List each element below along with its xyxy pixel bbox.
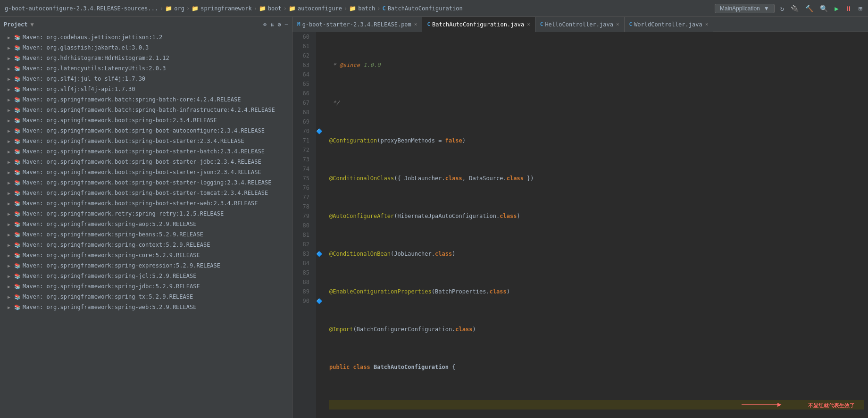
library-icon: 📚	[14, 34, 21, 41]
line-num-70: 70	[292, 126, 312, 136]
breadcrumb-org[interactable]: org	[174, 5, 184, 12]
tab-hello[interactable]: C HelloController.java ×	[535, 17, 625, 32]
library-icon: 📚	[14, 180, 21, 186]
code-text: (	[394, 211, 397, 221]
list-item[interactable]: ▶ 📚 Maven: org.springframework:spring-co…	[0, 240, 292, 250]
breadcrumb-boot[interactable]: boot	[268, 5, 282, 12]
line-num-90: 90	[292, 296, 312, 306]
list-item[interactable]: ▶ 📚 Maven: org.slf4j:slf4j-api:1.7.30	[0, 84, 292, 94]
line-num-72: 72	[292, 145, 312, 155]
code-lines[interactable]: * @since 1.0.0 */ @Configuration(proxyBe…	[326, 32, 868, 418]
breadcrumb-springframework[interactable]: springframework	[200, 5, 251, 12]
list-item[interactable]: ▶ 📚 Maven: org.springframework:spring-we…	[0, 302, 292, 312]
tab-pom-close[interactable]: ×	[414, 21, 417, 27]
plugin-icon[interactable]: 🔌	[790, 4, 800, 13]
breadcrumb-batch[interactable]: batch	[358, 5, 375, 12]
sidebar-item-label: Maven: org.latencyutils:LatencyUtils:2.0…	[23, 65, 166, 72]
gutter-bean-icon-83[interactable]: 🔷	[316, 249, 326, 259]
line-num-84: 84	[292, 259, 312, 268]
library-icon: 📚	[14, 149, 21, 155]
list-item[interactable]: ▶ 📚 Maven: org.springframework:spring-jc…	[0, 271, 292, 281]
sidebar-item-label: Maven: org.springframework.batch:spring-…	[23, 96, 241, 103]
list-item[interactable]: ▶ 📚 Maven: org.springframework:spring-be…	[0, 229, 292, 240]
tab-world-icon: C	[629, 21, 633, 27]
list-item[interactable]: ▶ 📚 Maven: org.springframework:spring-ao…	[0, 219, 292, 229]
list-item[interactable]: ▶ 📚 Maven: org.glassfish:jakarta.el:3.0.…	[0, 42, 292, 53]
code-text: )	[517, 211, 520, 221]
tab-pom[interactable]: M g-boot-starter-2.3.4.RELEASE.pom ×	[292, 17, 422, 32]
toolbar-icons: ↻ 🔌 🔨 🔍 ▶ ⏸ ⊞	[778, 4, 864, 13]
library-icon: 📚	[14, 221, 21, 227]
expand-arrow-icon: ▶	[8, 128, 12, 134]
gutter-bean-icon-70[interactable]: 🔷	[316, 126, 326, 136]
gutter-bean-icon-89[interactable]: 🔷	[316, 296, 326, 306]
project-scope-icon[interactable]: ⊕	[263, 21, 267, 28]
list-item[interactable]: ▶ 📚 Maven: org.springframework.boot:spri…	[0, 125, 292, 136]
breadcrumb-class[interactable]: BatchAutoConfiguration	[388, 5, 463, 12]
gutter-icons: 🔷 🔷 🔷	[316, 32, 326, 418]
breadcrumb-sep-2: ›	[186, 5, 190, 12]
tab-pom-label: g-boot-starter-2.3.4.RELEASE.pom	[302, 21, 411, 28]
list-item[interactable]: ▶ 📚 Maven: org.springframework.boot:spri…	[0, 177, 292, 188]
breadcrumb-autoconfigure[interactable]: autoconfigure	[298, 5, 342, 12]
tab-hello-close[interactable]: ×	[616, 21, 619, 27]
library-icon: 📚	[14, 190, 21, 196]
main-application-button[interactable]: MainApplication ▼	[715, 4, 775, 13]
list-item[interactable]: ▶ 📚 Maven: org.springframework:spring-ex…	[0, 260, 292, 271]
list-item[interactable]: ▶ 📚 Maven: org.springframework.boot:spri…	[0, 188, 292, 198]
refresh-icon[interactable]: ↻	[779, 4, 785, 13]
library-icon: 📚	[14, 273, 21, 279]
expand-arrow-icon: ▶	[8, 139, 12, 144]
list-item[interactable]: ▶ 📚 Maven: org.springframework.boot:spri…	[0, 136, 292, 146]
list-item[interactable]: ▶ 📚 Maven: org.springframework:spring-co…	[0, 250, 292, 260]
list-item[interactable]: ▶ 📚 Maven: org.codehaus.jettison:jettiso…	[0, 32, 292, 42]
build-icon[interactable]: 🔨	[804, 4, 814, 13]
line-num-77: 77	[292, 192, 312, 202]
code-editor[interactable]: 60 61 62 63 64 65 66 67 68 69 70 71 72 7…	[292, 32, 868, 418]
list-item[interactable]: ▶ 📚 Maven: org.springframework.boot:spri…	[0, 157, 292, 167]
expand-arrow-icon: ▶	[8, 232, 12, 237]
run-icon[interactable]: ▶	[834, 4, 839, 13]
list-item[interactable]: ▶ 📚 Maven: org.springframework:spring-tx…	[0, 292, 292, 302]
tab-batch[interactable]: C BatchAutoConfiguration.java ×	[422, 17, 535, 32]
debug-icon[interactable]: ⏸	[844, 4, 853, 13]
layout-icon[interactable]: ⊞	[858, 4, 863, 13]
sidebar-item-label: Maven: org.springframework:spring-jcl:5.…	[23, 273, 196, 279]
line-num-78: 78	[292, 202, 312, 211]
breadcrumb-path-start[interactable]: g-boot-autoconfigure-2.3.4.RELEASE-sourc…	[5, 5, 158, 12]
library-icon: 📚	[14, 284, 21, 290]
project-dropdown-icon[interactable]: ▼	[31, 21, 34, 28]
list-item[interactable]: ▶ 📚 Maven: org.springframework.boot:spri…	[0, 167, 292, 177]
search-icon[interactable]: 🔍	[819, 4, 829, 13]
breadcrumb-class-icon: C	[383, 5, 386, 12]
project-minimize-icon[interactable]: —	[285, 21, 288, 28]
list-item[interactable]: ▶ 📚 Maven: org.springframework.batch:spr…	[0, 94, 292, 105]
expand-arrow-icon: ▶	[8, 242, 12, 248]
code-text: .	[432, 249, 435, 259]
list-item[interactable]: ▶ 📚 Maven: org.springframework.boot:spri…	[0, 115, 292, 125]
sidebar-item-label: Maven: org.slf4j:jul-to-slf4j:1.7.30	[23, 75, 145, 82]
list-item[interactable]: ▶ 📚 Maven: org.hdrhistogram:HdrHistogram…	[0, 53, 292, 63]
list-item[interactable]: ▶ 📚 Maven: org.slf4j:jul-to-slf4j:1.7.30	[0, 74, 292, 84]
list-item[interactable]: ▶ 📚 Maven: org.latencyutils:LatencyUtils…	[0, 63, 292, 74]
project-sort-icon[interactable]: ⇅	[270, 21, 274, 28]
tab-world[interactable]: C WorldController.java ×	[625, 17, 714, 32]
sidebar-item-label: Maven: org.glassfish:jakarta.el:3.0.3	[23, 44, 149, 51]
code-text: })	[524, 174, 534, 183]
list-item[interactable]: ▶ 📚 Maven: org.springframework.boot:spri…	[0, 146, 292, 157]
dropdown-arrow-icon: ▼	[764, 5, 769, 12]
list-item[interactable]: ▶ 📚 Maven: org.springframework.boot:spri…	[0, 198, 292, 209]
tab-world-close[interactable]: ×	[705, 21, 709, 27]
code-line-64: @AutoConfigureAfter(HibernateJpaAutoConf…	[329, 211, 864, 221]
code-text: .	[452, 325, 455, 334]
list-item[interactable]: ▶ 📚 Maven: org.springframework:spring-jd…	[0, 281, 292, 292]
list-item[interactable]: ▶ 📚 Maven: org.springframework.retry:spr…	[0, 209, 292, 219]
project-settings-icon[interactable]: ⚙	[278, 21, 281, 28]
line-num-79: 79	[292, 211, 312, 221]
tab-batch-close[interactable]: ×	[527, 21, 530, 27]
expand-arrow-icon: ▶	[8, 159, 12, 165]
code-text: )	[507, 287, 510, 296]
list-item[interactable]: ▶ 📚 Maven: org.springframework.batch:spr…	[0, 105, 292, 115]
code-text: HibernateJpaAutoConfiguration	[398, 211, 497, 221]
code-text: DataSource	[469, 174, 503, 183]
